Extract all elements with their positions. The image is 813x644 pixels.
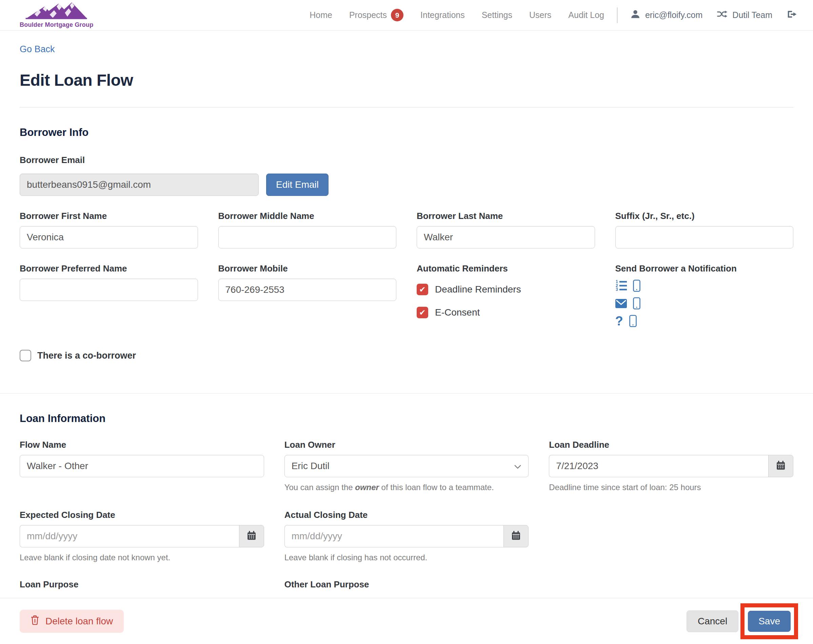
co-borrower-label: There is a co-borrower [37, 351, 136, 361]
e-consent-checkbox[interactable] [417, 307, 428, 318]
loan-deadline-field-group: Loan Deadline [549, 440, 793, 492]
preferred-name-input[interactable] [20, 279, 198, 301]
flow-name-field-group: Flow Name [20, 440, 264, 477]
actual-closing-help-text: Leave blank if closing has not occurred. [284, 553, 529, 562]
loan-purpose-label: Loan Purpose [20, 579, 264, 590]
suffix-input[interactable] [615, 226, 794, 248]
envelope-notification-icon[interactable] [615, 299, 627, 308]
borrower-info-section-title: Borrower Info [20, 126, 793, 139]
sign-out-icon [787, 9, 797, 21]
prospects-count-badge: 9 [391, 9, 403, 21]
loan-owner-label: Loan Owner [284, 440, 529, 450]
actual-closing-field-group: Actual Closing Date [284, 510, 529, 562]
automatic-reminders-label: Automatic Reminders [417, 263, 595, 274]
mobile-field-group: Borrower Mobile [218, 263, 397, 301]
cancel-button[interactable]: Cancel [687, 610, 738, 632]
shuffle-icon [717, 9, 727, 21]
trash-icon [31, 615, 39, 627]
loan-owner-selected-value: Eric Dutil [291, 461, 330, 471]
edit-loan-flow-page: Go Back Edit Loan Flow Borrower Info Bor… [0, 31, 813, 590]
calendar-icon [247, 531, 257, 542]
first-name-input[interactable] [20, 226, 198, 248]
borrower-email-field [20, 173, 259, 196]
nav-divider [617, 8, 617, 23]
loan-owner-help-text: You can assign the owner of this loan fl… [284, 483, 529, 492]
loan-owner-field-group: Loan Owner Eric Dutil You can assign the… [284, 440, 529, 492]
loan-deadline-label: Loan Deadline [549, 440, 793, 450]
loan-information-section-title: Loan Information [20, 412, 793, 425]
actual-closing-calendar-button[interactable] [503, 525, 529, 547]
expected-closing-input[interactable] [20, 525, 239, 547]
nav-item-settings[interactable]: Settings [482, 10, 512, 20]
save-button-highlight-box: Save [741, 603, 798, 639]
deadline-reminders-checkbox-row[interactable]: Deadline Reminders [417, 282, 595, 297]
middle-name-field-group: Borrower Middle Name [218, 211, 397, 248]
edit-email-button[interactable]: Edit Email [266, 173, 328, 196]
actual-closing-input[interactable] [284, 525, 504, 547]
go-back-link[interactable]: Go Back [20, 44, 55, 55]
last-name-label: Borrower Last Name [417, 211, 595, 221]
expected-closing-calendar-button[interactable] [239, 525, 264, 547]
last-name-input[interactable] [417, 226, 595, 248]
automatic-reminders-group: Automatic Reminders Deadline Reminders E… [417, 263, 595, 320]
expected-closing-label: Expected Closing Date [20, 510, 264, 520]
brand-logo[interactable]: Boulder Mortgage Group [20, 2, 93, 29]
first-name-field-group: Borrower First Name [20, 211, 198, 248]
borrower-email-label: Borrower Email [20, 155, 793, 166]
mobile-phone-icon[interactable] [633, 280, 640, 292]
team-name: Dutil Team [732, 10, 772, 20]
nav-item-integrations[interactable]: Integrations [420, 10, 465, 20]
main-nav: Home Prospects 9 Integrations Settings U… [310, 9, 604, 21]
mobile-label: Borrower Mobile [218, 263, 397, 274]
section-divider [0, 393, 813, 394]
sign-out-button[interactable] [787, 9, 797, 21]
chevron-down-icon [514, 461, 522, 471]
brand-name: Boulder Mortgage Group [20, 21, 93, 29]
deadline-reminders-label: Deadline Reminders [435, 284, 521, 295]
mobile-phone-icon[interactable] [629, 315, 637, 327]
mobile-phone-icon[interactable] [633, 297, 640, 310]
person-icon [630, 9, 640, 21]
e-consent-checkbox-row[interactable]: E-Consent [417, 305, 595, 320]
flow-name-label: Flow Name [20, 440, 264, 450]
svg-text:3: 3 [616, 287, 618, 291]
switch-team[interactable]: Dutil Team [717, 9, 772, 21]
expected-closing-help-text: Leave blank if closing date not known ye… [20, 553, 264, 562]
co-borrower-checkbox-row[interactable]: There is a co-borrower [20, 350, 793, 361]
loan-deadline-calendar-button[interactable] [768, 455, 793, 477]
deadline-reminders-checkbox[interactable] [417, 284, 428, 295]
save-button[interactable]: Save [748, 611, 791, 632]
action-bar: Delete loan flow Cancel Save [0, 598, 813, 644]
send-notification-group: Send Borrower a Notification 1 2 3 [615, 263, 794, 328]
preferred-name-label: Borrower Preferred Name [20, 263, 198, 274]
flow-name-input[interactable] [20, 455, 264, 477]
actual-closing-label: Actual Closing Date [284, 510, 529, 520]
delete-loan-flow-button[interactable]: Delete loan flow [20, 610, 124, 633]
last-name-field-group: Borrower Last Name [417, 211, 595, 248]
preferred-name-field-group: Borrower Preferred Name [20, 263, 198, 301]
title-divider [20, 107, 793, 107]
delete-loan-flow-label: Delete loan flow [45, 616, 113, 627]
mountains-logo-icon [23, 2, 90, 21]
loan-deadline-input[interactable] [549, 455, 768, 477]
middle-name-label: Borrower Middle Name [218, 211, 397, 221]
nav-item-prospects[interactable]: Prospects 9 [349, 9, 403, 21]
nav-item-home[interactable]: Home [310, 10, 332, 20]
other-loan-purpose-label: Other Loan Purpose [284, 579, 529, 590]
account-menu[interactable]: eric@floify.com [630, 9, 703, 21]
top-navbar: Boulder Mortgage Group Home Prospects 9 … [0, 0, 813, 31]
nav-item-audit-log[interactable]: Audit Log [568, 10, 604, 20]
middle-name-input[interactable] [218, 226, 397, 248]
co-borrower-checkbox[interactable] [20, 350, 31, 361]
send-notification-label: Send Borrower a Notification [615, 263, 794, 274]
suffix-field-group: Suffix (Jr., Sr., etc.) [615, 211, 794, 248]
nav-item-users[interactable]: Users [529, 10, 551, 20]
first-name-label: Borrower First Name [20, 211, 198, 221]
question-notification-icon[interactable] [615, 314, 623, 327]
loan-owner-select[interactable]: Eric Dutil [284, 455, 529, 477]
loan-deadline-help-text: Deadline time since start of loan: 25 ho… [549, 483, 793, 492]
numbered-list-notification-icon[interactable]: 1 2 3 [615, 280, 627, 291]
mobile-input[interactable] [218, 279, 397, 301]
calendar-icon [776, 460, 786, 472]
suffix-label: Suffix (Jr., Sr., etc.) [615, 211, 794, 221]
